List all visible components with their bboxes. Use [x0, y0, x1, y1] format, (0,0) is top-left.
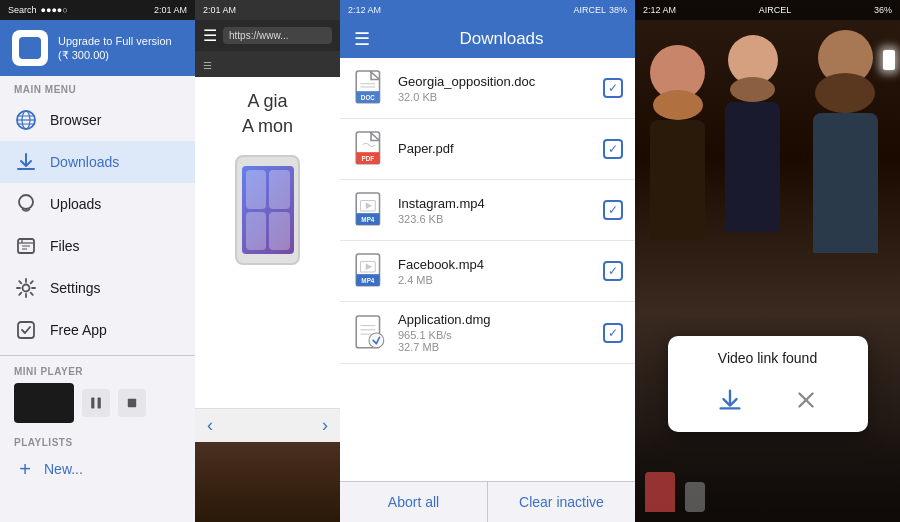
svg-rect-12: [128, 399, 136, 407]
svg-text:PDF: PDF: [362, 155, 375, 162]
abort-all-button[interactable]: Abort all: [340, 482, 488, 522]
files-icon: [14, 234, 38, 258]
instagram-checkbox[interactable]: ✓: [603, 200, 623, 220]
clear-inactive-button[interactable]: Clear inactive: [488, 482, 635, 522]
mini-player-controls: [14, 383, 181, 423]
sidebar-panel: Search ●●●●○ 2:01 AM Upgrade to Full ver…: [0, 0, 195, 522]
app-icon-1: [246, 170, 267, 209]
main-menu-label: MAIN MENU: [0, 76, 195, 99]
address-bar[interactable]: https://www...: [223, 27, 332, 44]
video-link-title: Video link found: [692, 350, 844, 366]
svg-text:DOC: DOC: [361, 94, 376, 101]
forward-button[interactable]: ›: [322, 415, 328, 436]
sidebar-item-browser[interactable]: Browser: [0, 99, 195, 141]
browser-status-time: 2:01 AM: [203, 5, 236, 15]
back-button[interactable]: ‹: [207, 415, 213, 436]
facebook-size: 2.4 MB: [398, 274, 593, 286]
svg-text:MP4: MP4: [361, 216, 375, 223]
browser-hero-text: A gia A mon: [242, 89, 293, 139]
downloads-header: ☰ Downloads: [340, 20, 635, 58]
status-dots: ●●●●○: [41, 5, 68, 15]
dmg-size: 32.7 MB: [398, 341, 593, 353]
free-app-icon: [14, 318, 38, 342]
downloads-status-bar: 2:12 AM AIRCEL 38%: [340, 0, 635, 20]
hamburger-icon[interactable]: ☰: [203, 26, 217, 45]
uploads-icon: [14, 192, 38, 216]
app-logo: [12, 30, 48, 66]
app-icon-4: [269, 212, 290, 251]
app-icon-2: [269, 170, 290, 209]
dmg-checkbox[interactable]: ✓: [603, 323, 623, 343]
settings-icon: [14, 276, 38, 300]
facebook-info: Facebook.mp4 2.4 MB: [398, 257, 593, 286]
new-playlist-label: New...: [44, 461, 83, 477]
dl-hamburger-icon[interactable]: ☰: [354, 28, 370, 50]
sidebar-status-bar: Search ●●●●○ 2:01 AM: [0, 0, 195, 20]
doc-file-icon: DOC: [352, 68, 388, 108]
video-status-time: 2:12 AM: [643, 5, 676, 15]
svg-text:MP4: MP4: [361, 277, 375, 284]
pause-button[interactable]: [82, 389, 110, 417]
dmg-speed: 965.1 KB/s: [398, 329, 593, 341]
free-app-label: Free App: [50, 322, 107, 338]
dl-status-time: 2:12 AM: [348, 5, 381, 15]
svg-rect-9: [18, 322, 34, 338]
dl-battery: 38%: [609, 5, 627, 15]
sidebar-item-free-app[interactable]: Free App: [0, 309, 195, 351]
dmg-info: Application.dmg 965.1 KB/s 32.7 MB: [398, 312, 593, 353]
menu-dots: ☰: [203, 60, 212, 71]
app-icon-3: [246, 212, 267, 251]
new-playlist-button[interactable]: + New...: [14, 454, 181, 484]
upgrade-header[interactable]: Upgrade to Full version (₹ 300.00): [0, 20, 195, 76]
pdf-file-icon: PDF: [352, 129, 388, 169]
logo-inner: [19, 37, 41, 59]
video-close-button[interactable]: [788, 382, 824, 418]
browser-icon: [14, 108, 38, 132]
facebook-file-icon: MP4: [352, 251, 388, 291]
video-card-actions: [692, 382, 844, 418]
browser-panel: 2:01 AM ☰ https://www... ☰ A gia A mon ‹…: [195, 0, 340, 522]
mini-player-section: MINI PLAYER: [0, 360, 195, 427]
sidebar-item-downloads[interactable]: Downloads: [0, 141, 195, 183]
download-item-pdf[interactable]: PDF Paper.pdf ✓: [340, 119, 635, 180]
browser-content: A gia A mon: [195, 77, 340, 408]
pdf-checkbox[interactable]: ✓: [603, 139, 623, 159]
download-item-doc[interactable]: DOC Georgia_opposition.doc 32.0 KB ✓: [340, 58, 635, 119]
stop-button[interactable]: [118, 389, 146, 417]
dl-status-left: 2:12 AM: [348, 5, 381, 15]
svg-point-6: [19, 195, 33, 209]
sidebar-item-files[interactable]: Files: [0, 225, 195, 267]
video-panel: 2:12 AM AIRCEL 36%: [635, 0, 900, 522]
browser-menu-line: ☰: [195, 51, 340, 77]
facebook-checkbox[interactable]: ✓: [603, 261, 623, 281]
video-download-button[interactable]: [712, 382, 748, 418]
sidebar-item-settings[interactable]: Settings: [0, 267, 195, 309]
dl-status-right: AIRCEL 38%: [573, 5, 627, 15]
svg-point-33: [369, 333, 384, 348]
facebook-filename: Facebook.mp4: [398, 257, 593, 272]
doc-filename: Georgia_opposition.doc: [398, 74, 593, 89]
mini-player-thumbnail: [14, 383, 74, 423]
status-left: Search ●●●●○: [8, 5, 68, 15]
browser-bottom-content: [195, 442, 340, 522]
browser-status-bar: 2:01 AM: [195, 0, 340, 20]
doc-checkbox[interactable]: ✓: [603, 78, 623, 98]
phone-screen: [242, 166, 294, 254]
download-item-facebook[interactable]: MP4 Facebook.mp4 2.4 MB ✓: [340, 241, 635, 302]
download-item-instagram[interactable]: MP4 Instagram.mp4 323.6 KB ✓: [340, 180, 635, 241]
download-item-dmg[interactable]: Application.dmg 965.1 KB/s 32.7 MB ✓: [340, 302, 635, 364]
downloads-panel: 2:12 AM AIRCEL 38% ☰ Downloads DOC: [340, 0, 635, 522]
browser-phone-preview: [235, 155, 300, 265]
sidebar-item-uploads[interactable]: Uploads: [0, 183, 195, 225]
dl-network: AIRCEL: [573, 5, 606, 15]
downloads-label: Downloads: [50, 154, 119, 170]
playlists-label: PLAYLISTS: [14, 437, 181, 448]
doc-size: 32.0 KB: [398, 91, 593, 103]
instagram-info: Instagram.mp4 323.6 KB: [398, 196, 593, 225]
doc-info: Georgia_opposition.doc 32.0 KB: [398, 74, 593, 103]
video-status-battery: 36%: [874, 5, 892, 15]
browser-toolbar: ☰ https://www...: [195, 20, 340, 51]
status-search: Search: [8, 5, 37, 15]
dmg-filename: Application.dmg: [398, 312, 593, 327]
svg-point-8: [23, 285, 30, 292]
